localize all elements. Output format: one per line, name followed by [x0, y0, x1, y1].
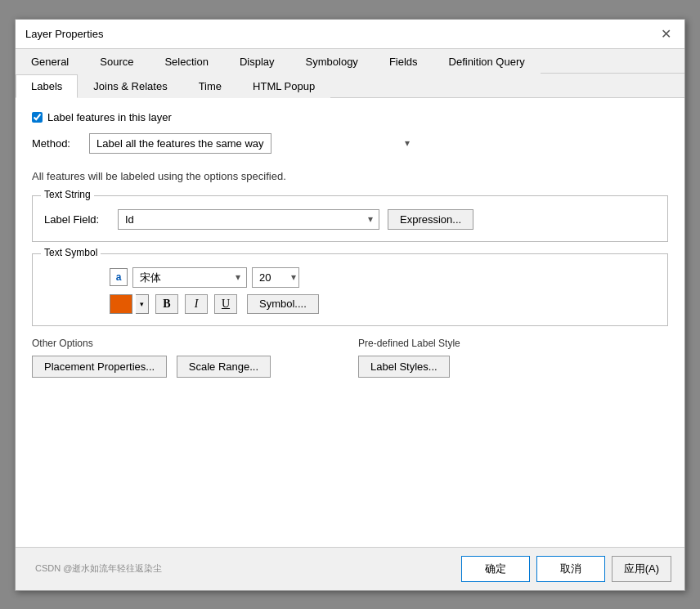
scale-range-button[interactable]: Scale Range... [177, 356, 271, 378]
tab-joins-relates[interactable]: Joins & Relates [78, 74, 182, 98]
size-select-wrapper: 20 [252, 267, 299, 288]
color-dropdown[interactable]: ▾ [136, 294, 149, 314]
close-button[interactable]: ✕ [657, 26, 675, 42]
text-string-title: Text String [41, 189, 94, 200]
title-bar: Layer Properties ✕ [16, 20, 684, 49]
cancel-button[interactable]: 取消 [536, 556, 605, 582]
label-field-select[interactable]: Id [118, 209, 379, 230]
size-select[interactable]: 20 [252, 267, 299, 288]
tabs-row2: Labels Joins & Relates Time HTML Popup [16, 74, 684, 98]
underline-button[interactable]: U [214, 294, 237, 314]
labels-content: Label features in this layer Method: Lab… [16, 98, 684, 547]
text-string-group: Text String Label Field: Id Expression..… [32, 195, 668, 242]
method-row: Method: Label all the features the same … [32, 133, 668, 154]
tab-display[interactable]: Display [224, 50, 290, 74]
apply-button[interactable]: 应用(A) [612, 556, 671, 582]
label-features-row: Label features in this layer [32, 111, 668, 123]
info-text: All features will be labeled using the o… [32, 170, 668, 182]
bold-button[interactable]: B [155, 294, 178, 314]
font-select[interactable]: 宋体 [132, 267, 247, 288]
tab-labels[interactable]: Labels [16, 74, 78, 98]
tab-fields[interactable]: Fields [374, 50, 433, 74]
text-symbol-group: Text Symbol a 宋体 20 [32, 253, 668, 326]
tab-definition-query[interactable]: Definition Query [433, 50, 541, 74]
field-select-wrapper: Id [118, 209, 379, 230]
dialog-title: Layer Properties [25, 28, 103, 40]
layer-properties-dialog: Layer Properties ✕ General Source Select… [15, 19, 685, 591]
placement-properties-button[interactable]: Placement Properties... [32, 356, 167, 378]
dialog-footer: CSDN @逝水如流年轻往返染尘 确定 取消 应用(A) [16, 547, 684, 590]
method-select[interactable]: Label all the features the same way [89, 133, 271, 154]
tabs-row1: General Source Selection Display Symbolo… [16, 49, 684, 74]
predefined-label-title: Pre-defined Label Style [358, 338, 668, 349]
tab-time[interactable]: Time [183, 74, 237, 98]
watermark: CSDN @逝水如流年轻往返染尘 [29, 562, 162, 575]
tab-html-popup[interactable]: HTML Popup [237, 74, 330, 98]
font-select-wrapper: 宋体 [132, 267, 247, 288]
expression-button[interactable]: Expression... [388, 209, 473, 230]
italic-button[interactable]: I [185, 294, 208, 314]
color-button[interactable] [110, 294, 132, 314]
label-field-row: Label Field: Id Expression... [44, 209, 656, 230]
symbol-button[interactable]: Symbol.... [247, 294, 319, 314]
label-features-label: Label features in this layer [47, 111, 172, 123]
other-options-section: Other Options Placement Properties... Sc… [32, 338, 342, 378]
method-label: Method: [32, 137, 89, 150]
tab-general[interactable]: General [16, 50, 84, 74]
ok-button[interactable]: 确定 [461, 556, 530, 582]
font-icon: a [110, 268, 128, 286]
tab-symbology[interactable]: Symbology [290, 50, 374, 74]
label-features-checkbox[interactable] [32, 112, 43, 123]
label-field-label: Label Field: [44, 213, 118, 226]
text-symbol-controls: a 宋体 20 ▾ [44, 262, 656, 314]
tab-source[interactable]: Source [84, 50, 149, 74]
label-styles-button[interactable]: Label Styles... [358, 356, 450, 378]
text-symbol-title: Text Symbol [41, 247, 101, 258]
other-options-row: Other Options Placement Properties... Sc… [32, 338, 668, 378]
method-select-wrapper: Label all the features the same way [89, 133, 416, 154]
tab-selection[interactable]: Selection [149, 50, 223, 74]
other-options-title: Other Options [32, 338, 342, 349]
predefined-label-section: Pre-defined Label Style Label Styles... [358, 338, 668, 378]
font-row: a 宋体 20 [110, 267, 299, 288]
style-row: ▾ B I U Symbol.... [110, 294, 319, 314]
